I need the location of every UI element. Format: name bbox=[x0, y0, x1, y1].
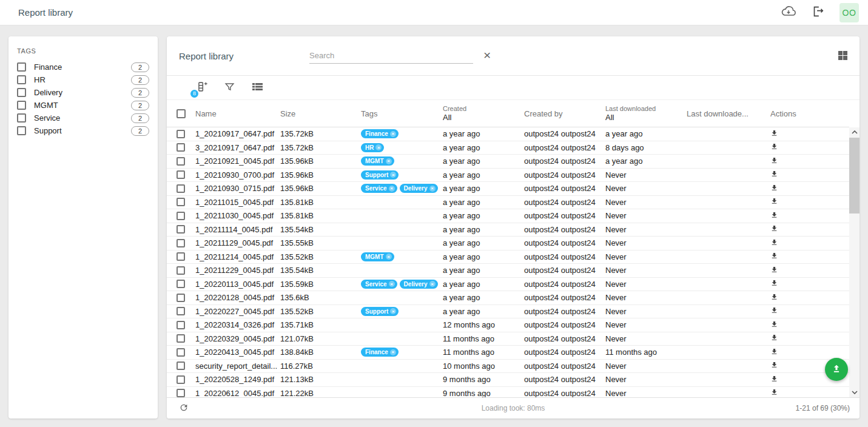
remove-tag-icon[interactable]: × bbox=[390, 172, 396, 178]
last-downloaded-filter-value[interactable]: All bbox=[605, 113, 687, 122]
column-header-name[interactable]: Name bbox=[195, 109, 280, 118]
row-checkbox[interactable] bbox=[177, 170, 185, 179]
search-input[interactable] bbox=[309, 49, 473, 64]
table-row[interactable]: 1_20210930_0700.pdf 135.96kB Support× a … bbox=[167, 169, 849, 183]
download-button[interactable] bbox=[770, 238, 843, 248]
download-button[interactable] bbox=[770, 388, 843, 397]
column-header-tags[interactable]: Tags bbox=[361, 109, 443, 118]
download-button[interactable] bbox=[770, 306, 843, 316]
vertical-scrollbar[interactable] bbox=[849, 127, 860, 397]
remove-tag-icon[interactable]: × bbox=[386, 158, 392, 164]
cloud-download-button[interactable] bbox=[781, 5, 796, 20]
remove-tag-icon[interactable]: × bbox=[389, 281, 395, 287]
row-checkbox[interactable] bbox=[177, 252, 185, 261]
tag-checkbox[interactable] bbox=[17, 101, 26, 110]
column-header-created[interactable]: Created All bbox=[443, 105, 524, 122]
upload-report-button[interactable] bbox=[825, 358, 848, 381]
tag-pill[interactable]: Support× bbox=[361, 170, 399, 180]
row-checkbox[interactable] bbox=[177, 361, 185, 370]
filter-button[interactable] bbox=[223, 81, 236, 95]
row-checkbox[interactable] bbox=[177, 239, 185, 247]
scrollbar-thumb[interactable] bbox=[849, 138, 860, 214]
tag-filter-item[interactable]: Service 2 bbox=[17, 112, 149, 124]
tag-checkbox[interactable] bbox=[17, 88, 26, 97]
tag-pill[interactable]: Support× bbox=[361, 307, 399, 316]
table-row[interactable]: 1_20220528_1249.pdf 121.13kB 9 months ag… bbox=[167, 373, 849, 387]
row-checkbox[interactable] bbox=[177, 212, 185, 220]
download-button[interactable] bbox=[770, 143, 843, 152]
row-checkbox[interactable] bbox=[177, 184, 185, 193]
row-checkbox[interactable] bbox=[177, 321, 185, 329]
column-header-last-downloaded[interactable]: Last downloaded All bbox=[605, 105, 687, 122]
download-button[interactable] bbox=[770, 348, 843, 357]
table-row[interactable]: 1_20220113_0045.pdf 135.59kB Service×Del… bbox=[167, 278, 849, 292]
download-button[interactable] bbox=[770, 252, 843, 261]
row-checkbox[interactable] bbox=[177, 198, 185, 206]
download-button[interactable] bbox=[770, 293, 843, 303]
scroll-up-button[interactable] bbox=[849, 127, 860, 137]
table-row[interactable]: 1_20211214_0045.pdf 135.52kB MGMT× a yea… bbox=[167, 250, 849, 264]
tag-filter-item[interactable]: HR 2 bbox=[17, 73, 149, 86]
created-filter-value[interactable]: All bbox=[443, 113, 524, 122]
column-header-last-downloaded-date[interactable]: Last downloade... bbox=[687, 109, 770, 118]
table-row[interactable]: 1_20220128_0045.pdf 135.6kB a year ago o… bbox=[167, 291, 849, 305]
tag-pill[interactable]: Service× bbox=[361, 280, 397, 289]
download-button[interactable] bbox=[770, 156, 843, 166]
download-button[interactable] bbox=[770, 279, 843, 289]
remove-tag-icon[interactable]: × bbox=[390, 131, 396, 137]
columns-button[interactable]: 8 bbox=[195, 81, 208, 95]
avatar[interactable]: OO bbox=[839, 3, 859, 22]
tag-pill[interactable]: MGMT× bbox=[361, 252, 394, 261]
layout-toggle-button[interactable] bbox=[838, 51, 847, 60]
table-row[interactable]: security_report_detail... 116.27kB 10 mo… bbox=[167, 360, 849, 374]
table-row[interactable]: 1_20220612_0045.pdf 121.22kB 9 months ag… bbox=[167, 387, 849, 398]
remove-tag-icon[interactable]: × bbox=[429, 186, 436, 192]
download-button[interactable] bbox=[770, 211, 843, 221]
select-all-checkbox[interactable] bbox=[177, 109, 186, 118]
row-checkbox[interactable] bbox=[177, 375, 185, 384]
tag-checkbox[interactable] bbox=[17, 75, 26, 84]
remove-tag-icon[interactable]: × bbox=[389, 186, 395, 192]
row-checkbox[interactable] bbox=[177, 143, 185, 152]
table-row[interactable]: 1_20211114_0045.pdf 135.54kB a year ago … bbox=[167, 223, 849, 237]
table-row[interactable]: 1_20220227_0045.pdf 135.52kB Support× a … bbox=[167, 305, 849, 319]
row-checkbox[interactable] bbox=[177, 294, 185, 302]
download-button[interactable] bbox=[770, 224, 843, 234]
table-row[interactable]: 1_20220329_0045.pdf 121.07kB 11 months a… bbox=[167, 332, 849, 346]
table-row[interactable]: 1_20211129_0045.pdf 135.55kB a year ago … bbox=[167, 237, 849, 250]
tag-checkbox[interactable] bbox=[17, 113, 26, 123]
download-button[interactable] bbox=[770, 334, 843, 343]
row-checkbox[interactable] bbox=[177, 280, 185, 288]
download-button[interactable] bbox=[770, 197, 843, 207]
list-view-button[interactable] bbox=[251, 81, 264, 95]
tag-pill[interactable]: HR× bbox=[361, 143, 384, 152]
table-row[interactable]: 1_20211229_0045.pdf 135.54kB a year ago … bbox=[167, 264, 849, 278]
remove-tag-icon[interactable]: × bbox=[386, 254, 392, 260]
remove-tag-icon[interactable]: × bbox=[429, 281, 436, 287]
tag-checkbox[interactable] bbox=[17, 126, 26, 135]
tag-filter-item[interactable]: Delivery 2 bbox=[17, 86, 149, 99]
remove-tag-icon[interactable]: × bbox=[390, 308, 396, 314]
row-checkbox[interactable] bbox=[177, 334, 185, 343]
table-row[interactable]: 1_20210921_0045.pdf 135.96kB MGMT× a yea… bbox=[167, 155, 849, 169]
tag-filter-item[interactable]: Support 2 bbox=[17, 124, 149, 137]
tag-checkbox[interactable] bbox=[17, 62, 26, 72]
tag-pill[interactable]: Finance× bbox=[361, 129, 399, 138]
row-checkbox[interactable] bbox=[177, 307, 185, 315]
column-header-created-by[interactable]: Created by bbox=[524, 109, 605, 118]
download-button[interactable] bbox=[770, 170, 843, 180]
table-row[interactable]: 1_20210917_0647.pdf 135.72kB Finance× a … bbox=[167, 127, 849, 141]
logout-button[interactable] bbox=[810, 5, 825, 20]
column-header-size[interactable]: Size bbox=[280, 109, 361, 118]
row-checkbox[interactable] bbox=[177, 389, 185, 397]
remove-tag-icon[interactable]: × bbox=[375, 144, 382, 150]
table-row[interactable]: 1_20220314_0326.pdf 135.71kB 12 months a… bbox=[167, 318, 849, 332]
table-row[interactable]: 1_20220413_0045.pdf 138.84kB Finance× 11… bbox=[167, 346, 849, 360]
download-button[interactable] bbox=[770, 266, 843, 275]
tag-pill[interactable]: MGMT× bbox=[361, 156, 394, 166]
table-row[interactable]: 1_20211015_0045.pdf 135.81kB a year ago … bbox=[167, 196, 849, 210]
close-icon[interactable]: × bbox=[483, 50, 491, 61]
scroll-down-button[interactable] bbox=[849, 388, 860, 397]
tag-filter-item[interactable]: Finance 2 bbox=[17, 61, 149, 73]
table-row[interactable]: 1_20210930_0715.pdf 135.96kB Service×Del… bbox=[167, 182, 849, 196]
